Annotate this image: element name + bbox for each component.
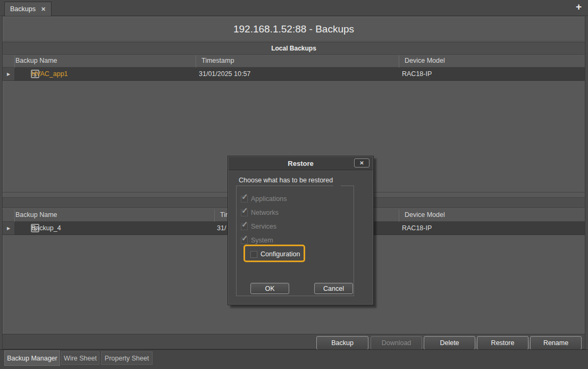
column-divider (399, 209, 399, 222)
option-label: Services (251, 223, 276, 230)
option-label: System (251, 237, 273, 244)
device-model-cell: RAC18-IP (402, 70, 432, 78)
option-applications: ✓ Applications (237, 192, 354, 206)
backup-button[interactable]: Backup (316, 336, 368, 350)
page-title: 192.168.1.52:88 - Backups (3, 16, 585, 41)
row-expander-icon[interactable]: ▶ (7, 72, 10, 77)
action-button-bar: Backup Download Delete Restore Rename (3, 334, 585, 349)
tab-backups-label: Backups (10, 5, 36, 13)
device-model-cell: RAC18-IP (402, 224, 432, 232)
restore-button[interactable]: Restore (477, 336, 528, 350)
restore-options-group: ✓ Applications ✓ Networks ✓ Services ✓ S… (236, 186, 354, 296)
checkmark-icon: ✓ (241, 233, 248, 243)
checkbox-configuration[interactable] (250, 251, 257, 258)
tab-property-sheet[interactable]: Property Sheet (101, 351, 153, 365)
column-divider (196, 55, 196, 68)
tab-wire-sheet[interactable]: Wire Sheet (61, 351, 99, 365)
row-expander-icon[interactable]: ▶ (7, 226, 10, 231)
tab-close-icon[interactable]: ✕ (41, 6, 46, 13)
local-backups-table-header: Backup Name Timestamp Device Model (3, 55, 585, 68)
col-timestamp[interactable]: Timestamp (201, 57, 234, 64)
restore-dialog-title: Restore (229, 157, 373, 170)
option-networks: ✓ Networks (237, 206, 354, 220)
bottom-tab-bar: Backup Manager Wire Sheet Property Sheet (0, 349, 588, 369)
column-divider (214, 209, 215, 222)
backup-name-cell: HVAC_app1 (31, 70, 68, 78)
col-device-model[interactable]: Device Model (405, 57, 445, 64)
ok-button[interactable]: OK (250, 283, 289, 294)
row-selector-cell[interactable]: ▶ (3, 222, 14, 235)
tab-backups[interactable]: Backups ✕ (4, 2, 52, 16)
restore-dialog: Restore ✕ Choose what has to be restored… (228, 156, 374, 305)
backup-manager-window: Backups ✕ + 192.168.1.52:88 - Backups Lo… (0, 0, 588, 369)
option-services: ✓ Services (237, 220, 354, 234)
groupbox-border-gap (333, 186, 341, 186)
option-label: Applications (251, 195, 287, 203)
rename-button[interactable]: Rename (530, 336, 582, 350)
option-label: Configuration (261, 250, 300, 258)
column-divider (399, 55, 399, 68)
timestamp-cell: 31/ (217, 224, 226, 232)
backup-name-cell: Backup_4 (31, 224, 61, 232)
timestamp-cell: 31/01/2025 10:57 (199, 70, 250, 78)
dialog-close-icon[interactable]: ✕ (354, 158, 369, 167)
option-label: Networks (251, 209, 279, 216)
option-configuration[interactable]: Configuration (237, 248, 354, 262)
restore-dialog-prompt: Choose what has to be restored (239, 177, 333, 184)
col-device-model[interactable]: Device Model (405, 211, 445, 219)
download-button[interactable]: Download (371, 336, 422, 350)
checkmark-icon: ✓ (241, 220, 248, 229)
tab-backup-manager[interactable]: Backup Manager (4, 350, 60, 366)
option-system: ✓ System (237, 234, 354, 248)
delete-button[interactable]: Delete (424, 336, 475, 350)
row-selector-cell[interactable]: ▶ (3, 68, 14, 81)
local-backups-section-header: Local Backups (3, 42, 585, 55)
top-tab-bar: Backups ✕ + (0, 0, 588, 16)
checkmark-icon: ✓ (241, 192, 248, 202)
col-backup-name[interactable]: Backup Name (15, 211, 57, 219)
col-backup-name[interactable]: Backup Name (15, 57, 57, 64)
cancel-button[interactable]: Cancel (314, 283, 353, 294)
table-row-hvac-app1[interactable]: HVAC_app1 31/01/2025 10:57 RAC18-IP (14, 68, 585, 81)
add-tab-icon[interactable]: + (576, 1, 582, 13)
checkmark-icon: ✓ (241, 206, 248, 215)
